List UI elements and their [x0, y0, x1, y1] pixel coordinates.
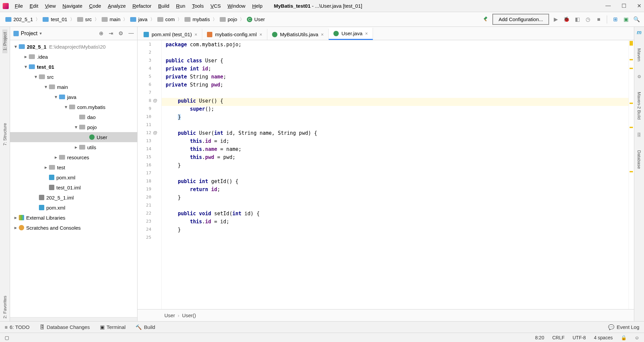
chevron-down-icon[interactable]: ▾ [40, 31, 42, 36]
tab-user-java[interactable]: User.java× [329, 28, 373, 40]
project-tree[interactable]: ▾202_5_1E:\ideaproject\Mybatis\20▸.idea▾… [10, 40, 137, 317]
tree-item-main[interactable]: ▾main [10, 82, 137, 92]
code-line-15[interactable]: this.pwd = pwd; [162, 154, 629, 162]
code-line-1[interactable]: package com.mybatis.pojo; [162, 42, 629, 50]
code-line-7[interactable] [162, 90, 629, 98]
code-line-16[interactable]: } [162, 162, 629, 170]
editor-breadcrumb[interactable]: User › User() [138, 309, 634, 321]
hide-icon[interactable]: — [128, 30, 134, 37]
tree-item-test-01[interactable]: ▾test_01 [10, 62, 137, 72]
code-line-10[interactable]: } [162, 114, 629, 122]
code-line-22[interactable]: public void setId(int id) { [162, 211, 629, 219]
rail-maven[interactable]: Maven [637, 46, 642, 64]
code-line-18[interactable]: public int getId() { [162, 178, 629, 186]
tree-item-test-01-iml[interactable]: test_01.iml [10, 182, 137, 192]
code-line-6[interactable]: private String pwd; [162, 82, 629, 90]
rail-maven2[interactable]: Maven-2 Build [637, 89, 642, 122]
breadcrumb-main[interactable]: main [100, 16, 123, 23]
code-line-4[interactable]: private int id; [162, 66, 629, 74]
tree-scrollbar[interactable] [10, 317, 137, 321]
tree-item-pojo[interactable]: ▾pojo [10, 122, 137, 132]
code-line-21[interactable] [162, 203, 629, 211]
close-icon[interactable]: ✕ [637, 3, 641, 9]
locate-icon[interactable]: ⊕ [99, 30, 103, 37]
code-line-13[interactable]: this.id = id; [162, 138, 629, 146]
database-changes-tab[interactable]: 🗄 Database Changes [40, 324, 90, 330]
code-line-23[interactable]: this.id = id; [162, 219, 629, 227]
menu-analyze[interactable]: Analyze [104, 2, 129, 10]
tab-mybatis-config-xml[interactable]: mybatis-config.xml× [202, 29, 267, 40]
code-line-19[interactable]: return id; [162, 186, 629, 194]
tab-pom-xml--test-01-[interactable]: pom.xml (test_01)× [139, 29, 202, 40]
todo-tab[interactable]: ≡ 6: TODO [5, 324, 30, 330]
code-line-14[interactable]: this.name = name; [162, 146, 629, 154]
menu-refactor[interactable]: Refactor [129, 2, 155, 10]
code-line-8[interactable]: public User() { [162, 98, 629, 106]
code-line-9[interactable]: super(); [162, 106, 629, 114]
menu-vcs[interactable]: VCS [207, 2, 224, 10]
minimize-icon[interactable]: — [605, 3, 611, 9]
terminal-tab[interactable]: ▣ Terminal [100, 324, 126, 330]
rail-favorites[interactable]: 2: Favorites [2, 293, 7, 321]
code-line-12[interactable]: public User(int id, String name, String … [162, 130, 629, 138]
stop-icon[interactable]: ■ [595, 15, 603, 23]
menu-window[interactable]: Window [224, 2, 249, 10]
tree-item-resources[interactable]: ▸resources [10, 152, 137, 162]
breadcrumb-202_5_1[interactable]: 202_5_1 [3, 16, 35, 23]
menu-code[interactable]: Code [86, 2, 105, 10]
breadcrumb-test_01[interactable]: test_01 [41, 16, 69, 23]
profile-icon[interactable]: ◷ [584, 15, 592, 23]
tree-item-user[interactable]: User [10, 132, 137, 142]
search-icon[interactable]: 🔍 [633, 15, 641, 23]
status-indent[interactable]: 4 spaces [594, 335, 613, 340]
editor-marker-bar[interactable] [629, 40, 634, 309]
menu-edit[interactable]: Edit [26, 2, 42, 10]
tree-item-src[interactable]: ▾src [10, 72, 137, 82]
breadcrumb-user[interactable]: CUser [245, 16, 267, 23]
code-line-5[interactable]: private String name; [162, 74, 629, 82]
menu-navigate[interactable]: Navigate [59, 2, 86, 10]
menu-view[interactable]: View [42, 2, 59, 10]
code-line-3[interactable]: public class User { [162, 58, 629, 66]
build-tab[interactable]: 🔨 Build [136, 324, 155, 330]
close-tab-icon[interactable]: × [365, 31, 368, 36]
editor-code[interactable]: package com.mybatis.pojo;public class Us… [162, 40, 629, 309]
status-line-separator[interactable]: CRLF [552, 335, 565, 340]
tree-item-test[interactable]: ▸test [10, 162, 137, 172]
code-line-24[interactable]: } [162, 227, 629, 235]
tree-item-utils[interactable]: ▸utils [10, 142, 137, 152]
close-tab-icon[interactable]: × [259, 32, 262, 37]
code-line-25[interactable] [162, 235, 629, 243]
close-tab-icon[interactable]: × [321, 32, 324, 37]
coverage-icon[interactable]: ◧ [573, 15, 581, 23]
code-line-20[interactable]: } [162, 194, 629, 203]
tree-item-pom-xml[interactable]: pom.xml [10, 172, 137, 182]
debug-icon[interactable]: 🐞 [562, 15, 571, 23]
status-encoding[interactable]: UTF-8 [573, 335, 586, 340]
add-configuration-button[interactable]: Add Configuration... [492, 14, 549, 25]
rail-structure[interactable]: 7: Structure [2, 120, 7, 148]
collapse-icon[interactable]: ⇥ [109, 30, 113, 37]
gear-icon[interactable]: ⚙ [118, 30, 123, 37]
run-anything-icon[interactable]: ▣ [622, 15, 630, 23]
tree-item--idea[interactable]: ▸.idea [10, 52, 137, 62]
status-position[interactable]: 8:20 [535, 335, 544, 340]
run-icon[interactable]: ▶ [552, 15, 560, 23]
inspection-icon[interactable]: ☺ [635, 335, 639, 340]
code-line-11[interactable] [162, 122, 629, 130]
breadcrumb-com[interactable]: com [155, 16, 177, 23]
gutter-annotation[interactable]: @ [153, 130, 157, 135]
code-line-2[interactable] [162, 50, 629, 58]
tree-item-java[interactable]: ▾java [10, 92, 137, 102]
tab-mybatisutils-java[interactable]: MyBatisUtils.java× [267, 29, 329, 40]
menu-run[interactable]: Run [173, 2, 189, 10]
menu-help[interactable]: Help [249, 2, 266, 10]
breadcrumb-mybatis[interactable]: mybatis [182, 16, 212, 23]
rail-database[interactable]: Database [637, 148, 642, 172]
close-tab-icon[interactable]: × [195, 32, 197, 37]
breadcrumb-java[interactable]: java [128, 16, 150, 23]
database-icon[interactable]: 🗄 [637, 132, 641, 137]
menu-file[interactable]: File [11, 2, 26, 10]
gutter-annotation[interactable]: @ [153, 98, 157, 103]
menu-build[interactable]: Build [155, 2, 172, 10]
